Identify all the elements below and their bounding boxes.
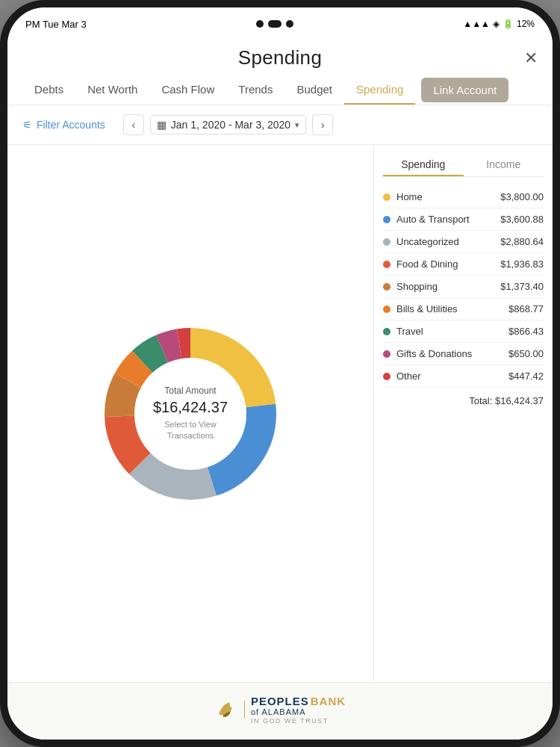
list-item[interactable]: Gifts & Donations $650.00 — [383, 343, 544, 365]
bank-name-bank: BANK — [311, 695, 346, 707]
cat-name-travel: Travel — [396, 326, 508, 337]
spending-income-tabs: Spending Income — [383, 154, 544, 177]
close-button[interactable]: ✕ — [524, 50, 538, 66]
date-next-button[interactable]: › — [312, 114, 333, 135]
dot2 — [268, 20, 281, 28]
donut-center-info: Total Amount $16,424.37 Select to ViewTr… — [146, 385, 235, 442]
date-range-picker[interactable]: ▦ Jan 1, 2020 - Mar 3, 2020 ▾ — [150, 115, 306, 134]
tab-debts[interactable]: Debts — [22, 75, 75, 105]
device-frame: PM Tue Mar 3 ▲▲▲ ◈ 🔋 12% Spending ✕ Debt… — [0, 0, 560, 747]
donut-chart[interactable]: Total Amount $16,424.37 Select to ViewTr… — [93, 317, 287, 511]
wifi-icon: ◈ — [493, 19, 500, 29]
list-item[interactable]: Home $3,800.00 — [383, 186, 544, 208]
chart-area[interactable]: Total Amount $16,424.37 Select to ViewTr… — [7, 145, 373, 682]
cat-amt-travel: $866.43 — [508, 326, 544, 337]
tab-spending[interactable]: Spending — [344, 75, 415, 105]
dot3 — [286, 20, 293, 28]
logo-bird-icon — [214, 699, 238, 720]
main-content: Total Amount $16,424.37 Select to ViewTr… — [7, 145, 553, 682]
cat-name-gifts: Gifts & Donations — [396, 348, 508, 359]
cat-amt-home: $3,800.00 — [500, 191, 544, 202]
tab-spending-view[interactable]: Spending — [383, 154, 464, 176]
dot-bills — [383, 306, 391, 313]
battery-icon: 🔋 — [503, 19, 514, 29]
cat-name-uncat: Uncategorized — [396, 236, 500, 247]
filter-accounts-button[interactable]: ⚟ Filter Accounts — [22, 119, 105, 131]
cat-amt-auto: $3,600.88 — [500, 214, 544, 225]
dot-gifts — [383, 350, 391, 358]
list-item[interactable]: Bills & Utilities $868.77 — [383, 298, 544, 320]
dot1 — [256, 20, 264, 28]
donut-total-amount: $16,424.37 — [146, 399, 235, 416]
cat-amt-bills: $868.77 — [508, 303, 544, 314]
filter-row: ⚟ Filter Accounts ‹ ▦ Jan 1, 2020 - Mar … — [7, 105, 553, 145]
screen: PM Tue Mar 3 ▲▲▲ ◈ 🔋 12% Spending ✕ Debt… — [7, 7, 553, 740]
list-item[interactable]: Auto & Transport $3,600.88 — [383, 208, 544, 231]
cat-amt-gifts: $650.00 — [508, 348, 544, 359]
donut-subtitle: Select to ViewTransactions — [146, 419, 235, 442]
top-bar: Spending ✕ Debts Net Worth Cash Flow Tre… — [7, 40, 553, 105]
status-time: PM Tue Mar 3 — [25, 19, 87, 30]
dot-food — [383, 261, 391, 268]
nav-tabs: Debts Net Worth Cash Flow Trends Budget … — [22, 75, 538, 105]
category-list: Home $3,800.00 Auto & Transport $3,600.8… — [374, 186, 553, 388]
bank-sub: of ALABAMA — [251, 707, 346, 716]
date-prev-button[interactable]: ‹ — [123, 114, 144, 135]
tab-budget[interactable]: Budget — [284, 75, 344, 105]
dot-other — [383, 373, 391, 380]
tab-cash-flow[interactable]: Cash Flow — [149, 75, 226, 105]
dot-home — [383, 193, 391, 201]
cat-name-shop: Shopping — [396, 281, 500, 292]
donut-total-label: Total Amount — [146, 385, 235, 396]
link-account-button[interactable]: Link Account — [421, 78, 508, 102]
cat-name-auto: Auto & Transport — [396, 214, 500, 225]
dot-shop — [383, 283, 391, 291]
filter-label: Filter Accounts — [37, 119, 105, 131]
list-item[interactable]: Shopping $1,373.40 — [383, 276, 544, 298]
cat-amt-food: $1,936.83 — [500, 258, 544, 270]
chevron-down-icon: ▾ — [295, 120, 299, 130]
list-item[interactable]: Uncategorized $2,880.64 — [383, 231, 544, 253]
tab-income-view[interactable]: Income — [464, 154, 544, 176]
status-center — [256, 20, 293, 28]
bank-tagline: IN GOD WE TRUST — [251, 717, 346, 725]
date-navigation: ‹ ▦ Jan 1, 2020 - Mar 3, 2020 ▾ › — [123, 114, 333, 135]
list-item[interactable]: Food & Dining $1,936.83 — [383, 253, 544, 276]
calendar-icon: ▦ — [157, 119, 167, 131]
battery-pct: 12% — [517, 19, 535, 29]
total-label: Total: $16,424.37 — [469, 395, 544, 406]
tab-net-worth[interactable]: Net Worth — [75, 75, 149, 105]
dot-uncat — [383, 238, 391, 246]
title-row: Spending ✕ — [22, 46, 538, 75]
cat-name-bills: Bills & Utilities — [396, 303, 508, 314]
cat-amt-shop: $1,373.40 — [500, 281, 544, 292]
right-panel: Spending Income Home $3,800.00 Auto & Tr… — [373, 145, 553, 682]
page-title: Spending — [238, 46, 322, 69]
dot-travel — [383, 328, 391, 335]
cat-name-food: Food & Dining — [396, 258, 500, 270]
bank-logo: PEOPLES BANK of ALABAMA IN GOD WE TRUST — [214, 695, 346, 725]
cat-amt-other: $447.42 — [508, 371, 544, 382]
list-item[interactable]: Travel $866.43 — [383, 320, 544, 343]
dot-auto — [383, 216, 391, 223]
footer: PEOPLES BANK of ALABAMA IN GOD WE TRUST — [7, 682, 553, 740]
cat-amt-uncat: $2,880.64 — [500, 236, 544, 247]
logo-divider — [244, 701, 245, 719]
filter-icon: ⚟ — [22, 119, 32, 131]
date-range-text: Jan 1, 2020 - Mar 3, 2020 — [171, 119, 290, 131]
status-right: ▲▲▲ ◈ 🔋 12% — [463, 19, 535, 29]
total-row: Total: $16,424.37 — [374, 388, 553, 406]
cat-name-other: Other — [396, 371, 508, 382]
tab-trends[interactable]: Trends — [226, 75, 284, 105]
status-bar: PM Tue Mar 3 ▲▲▲ ◈ 🔋 12% — [7, 7, 553, 40]
cat-name-home: Home — [396, 191, 500, 202]
signal-icon: ▲▲▲ — [463, 19, 490, 29]
list-item[interactable]: Other $447.42 — [383, 365, 544, 388]
bank-name-peoples: PEOPLES — [251, 695, 309, 707]
